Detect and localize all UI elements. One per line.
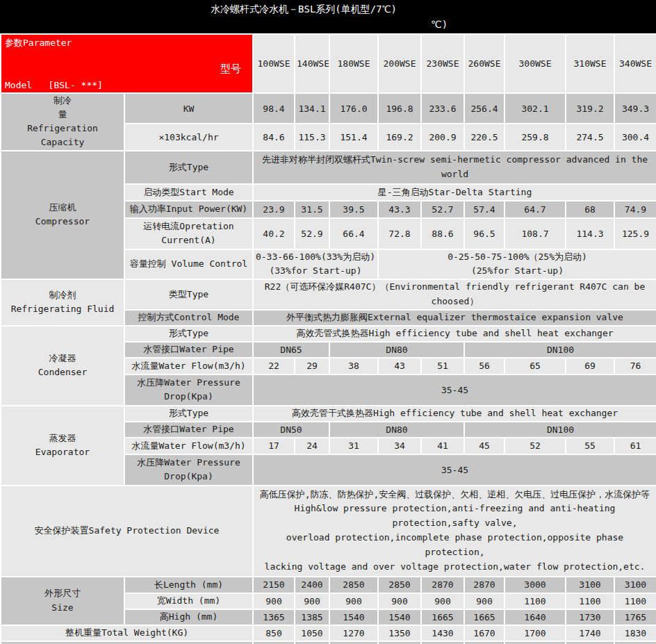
value-cell: 900 bbox=[295, 593, 329, 609]
value-cell: 84.6 bbox=[253, 124, 295, 150]
value-cell: 34 bbox=[378, 438, 421, 454]
value-cell: 1400 bbox=[329, 641, 378, 644]
value-cell: 31 bbox=[329, 438, 378, 454]
value-cell-dn80: DN80 bbox=[329, 422, 464, 438]
value-cell: 259.8 bbox=[505, 124, 566, 150]
value-cell: 2850 bbox=[378, 577, 421, 593]
value-cell: 41 bbox=[421, 438, 464, 454]
value-cell: 22 bbox=[253, 358, 295, 374]
value-cell: 43.3 bbox=[378, 201, 421, 218]
value-cell: 2870 bbox=[464, 577, 505, 593]
value-cell: 2850 bbox=[329, 577, 378, 593]
value-cell: 1830 bbox=[614, 625, 656, 641]
value-cell: 1560 bbox=[421, 641, 464, 644]
value-cell: 274.5 bbox=[566, 124, 614, 150]
compressor-type-row: 压缩机 Compressor 形式Type 先进非对称半封闭双螺杆式Twin-s… bbox=[1, 151, 656, 184]
section-label-capacity: 制冷 量 Refrigeration Capacity bbox=[1, 93, 124, 151]
value-cell: 115.3 bbox=[295, 124, 329, 150]
model-label-en: Model [BSL- ***] bbox=[5, 80, 103, 90]
value-cell: 169.2 bbox=[378, 124, 421, 150]
model-column-header: 200WSE bbox=[378, 34, 421, 93]
value-cell: 1765 bbox=[614, 609, 656, 625]
evaporator-type-row: 蒸发器 Evaporator 形式Type 高效壳管干式换热器High effi… bbox=[1, 406, 656, 422]
value-cell: 300.4 bbox=[614, 124, 656, 150]
value-cell: 900 bbox=[253, 641, 295, 644]
row-label-running-weight: 运行重量Running Weight(KG) bbox=[1, 641, 253, 644]
model-column-header: 230WSE bbox=[421, 34, 464, 93]
spec-text-volume-control-left: 0-33-66-100%(33%为启动) (33%for Start-up) bbox=[253, 249, 378, 279]
value-cell: 3100 bbox=[566, 577, 614, 593]
running-weight-row: 运行重量Running Weight(KG) 90011001400148015… bbox=[1, 641, 656, 644]
value-cell: 1540 bbox=[378, 609, 421, 625]
value-cell: 1270 bbox=[329, 625, 378, 641]
condenser-type-row: 冷凝器 Condenser 形式Type 高效壳管式换热器High effici… bbox=[1, 326, 656, 342]
safety-row: 安全保护装置Safety Protection Device 高低压保护,防冻、… bbox=[1, 486, 656, 577]
value-cell: 134.1 bbox=[295, 93, 329, 124]
row-label-safety: 安全保护装置Safety Protection Device bbox=[1, 486, 253, 577]
section-label-condenser: 冷凝器 Condenser bbox=[1, 326, 124, 406]
value-cell: 74.9 bbox=[614, 201, 656, 218]
value-cell: 52.9 bbox=[295, 218, 329, 249]
value-cell: 57.4 bbox=[464, 201, 505, 218]
total-weight-row: 整机重量Total Weight(KG) 8501050127013501430… bbox=[1, 625, 656, 641]
value-cell: 68 bbox=[566, 201, 614, 218]
value-cell: 349.3 bbox=[614, 93, 656, 124]
row-label-kw: KW bbox=[124, 93, 253, 124]
value-cell: 2050 bbox=[614, 641, 656, 644]
row-label-evaporator-flow: 水流量Water Flow(m3/h) bbox=[124, 438, 253, 454]
spec-text-condenser-type: 高效壳管式换热器High efficiency tube and shell h… bbox=[253, 326, 656, 342]
value-cell: 1100 bbox=[505, 593, 566, 609]
row-label-condenser-flow: 水流量Water Flow(m3/h) bbox=[124, 358, 253, 374]
value-cell: 1540 bbox=[329, 609, 378, 625]
value-cell: 900 bbox=[253, 593, 295, 609]
value-cell: 88.6 bbox=[421, 218, 464, 249]
model-column-header: 300WSE bbox=[505, 34, 566, 93]
row-label-start-mode: 启动类型Start Mode bbox=[124, 184, 253, 201]
value-cell: 3000 bbox=[505, 577, 566, 593]
row-label-evaporator-type: 形式Type bbox=[124, 406, 253, 422]
section-label-size: 外形尺寸 Size bbox=[1, 577, 124, 625]
value-cell: 1850 bbox=[505, 641, 566, 644]
value-cell: 40.2 bbox=[253, 218, 295, 249]
value-cell: 1890 bbox=[566, 641, 614, 644]
value-cell: 29 bbox=[295, 358, 329, 374]
value-cell: 52 bbox=[505, 438, 566, 454]
value-cell: 900 bbox=[378, 593, 421, 609]
value-cell-dn100: DN100 bbox=[464, 342, 656, 358]
parameter-label: 参数Parameter bbox=[5, 37, 72, 49]
model-column-header: 340WSE bbox=[614, 34, 656, 93]
value-cell: 900 bbox=[329, 593, 378, 609]
model-column-header: 180WSE bbox=[329, 34, 378, 93]
model-label-cn: 型号 bbox=[220, 63, 241, 76]
section-label-evaporator: 蒸发器 Evaporator bbox=[1, 406, 124, 486]
model-column-header: 140WSE bbox=[295, 34, 329, 93]
spec-text-safety: 高低压保护,防冻、防热保护,安全阀、过载保护、欠相、逆相、欠电压、过电压保护，水… bbox=[253, 486, 656, 577]
value-cell: 38 bbox=[329, 358, 378, 374]
value-cell: 55 bbox=[566, 438, 614, 454]
value-cell: 1790 bbox=[464, 641, 505, 644]
spec-text-evaporator-type: 高效壳管干式换热器High efficiency tube and shell … bbox=[253, 406, 656, 422]
value-cell: 233.6 bbox=[421, 93, 464, 124]
value-cell: 108.7 bbox=[505, 218, 566, 249]
row-label-kcal: ×103kcal/hr bbox=[124, 124, 253, 150]
spec-text-start-mode: 星-三角启动Star-Delta Starting bbox=[253, 184, 656, 201]
row-label-evaporator-pipe: 水管接口Water Pipe bbox=[124, 422, 253, 438]
capacity-kw-row: 制冷 量 Refrigeration Capacity KW 98.4134.1… bbox=[1, 93, 656, 124]
spec-text-refrigerant-type: R22（可选环保冷媒R407C）（Environmental friendly … bbox=[253, 279, 656, 310]
title-bar: 水冷螺杆式冷水机－BSL系列(单机型/7℃) ℃) bbox=[0, 0, 656, 33]
value-cell: 66.4 bbox=[329, 218, 378, 249]
value-cell: 114.3 bbox=[566, 218, 614, 249]
page-title: 水冷螺杆式冷水机－BSL系列(单机型/7℃) bbox=[0, 0, 656, 18]
spec-text-evaporator-drop: 35-45 bbox=[253, 454, 656, 486]
row-label-refrigerant-type: 类型Type bbox=[124, 279, 253, 310]
value-cell: 1385 bbox=[295, 609, 329, 625]
value-cell: 3100 bbox=[614, 577, 656, 593]
value-cell: 24 bbox=[295, 438, 329, 454]
spec-text-condenser-drop: 35-45 bbox=[253, 374, 656, 406]
size-length-row: 外形尺寸 Size 长Length (mm) 21502400285028502… bbox=[1, 577, 656, 593]
value-cell: 1365 bbox=[253, 609, 295, 625]
row-label-evaporator-drop: 水压降Water Pressure Drop(Kpa) bbox=[124, 454, 253, 486]
value-cell: 1740 bbox=[566, 625, 614, 641]
value-cell: 61 bbox=[614, 438, 656, 454]
value-cell: 1100 bbox=[566, 593, 614, 609]
